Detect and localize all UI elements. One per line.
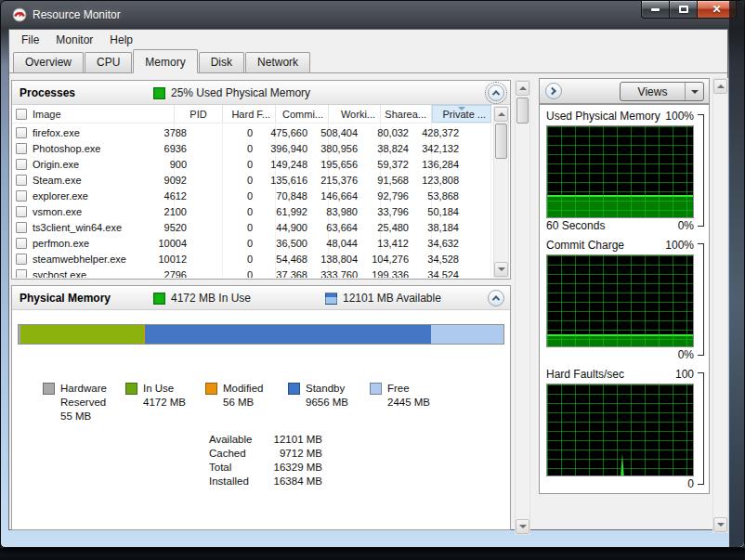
- legend-text: In Use4172 MB: [143, 382, 186, 410]
- cell-shareable: 25,480: [381, 219, 432, 235]
- table-row[interactable]: Steam.exe90920135,616215,37691,568123,80…: [12, 172, 492, 188]
- process-name: explorer.exe: [27, 190, 88, 202]
- processes-scrollbar[interactable]: [493, 106, 509, 278]
- table-row[interactable]: Origin.exe9000149,248195,65659,372136,28…: [12, 156, 492, 172]
- views-button-label[interactable]: Views: [621, 83, 686, 100]
- row-checkbox[interactable]: [16, 222, 27, 233]
- views-dropdown-arrow[interactable]: [686, 83, 703, 100]
- scroll-down-icon[interactable]: [516, 519, 529, 534]
- row-checkbox[interactable]: [16, 127, 27, 138]
- right-panel-toolbar: Views: [539, 78, 710, 104]
- legend-text: Standby9656 MB: [306, 382, 348, 410]
- menu-item-help[interactable]: Help: [101, 31, 141, 49]
- physical-memory-collapse-button[interactable]: [488, 290, 504, 306]
- legend-swatch-icon: [125, 383, 137, 395]
- minimize-button[interactable]: [641, 1, 670, 19]
- cell-private: 53,868: [432, 188, 491, 203]
- table-row[interactable]: ts3client_win64.exe9520044,90063,66425,4…: [12, 219, 492, 235]
- cell-hard_faults: 0: [223, 203, 276, 219]
- cell-value: 25,480: [377, 222, 431, 233]
- legend-value: 2445 MB: [387, 396, 430, 410]
- stat-label: Cached: [209, 447, 268, 461]
- cell-pid: 9092: [175, 172, 223, 188]
- tab-memory[interactable]: Memory: [133, 49, 197, 73]
- menu-bar: FileMonitorHelp: [9, 30, 727, 50]
- processes-panel: Processes 25% Used Physical Memory Image…: [11, 80, 511, 280]
- tab-network[interactable]: Network: [245, 52, 310, 72]
- cell-pid: 2796: [175, 267, 223, 278]
- table-row[interactable]: perfmon.exe10004036,50048,04413,41234,63…: [12, 235, 492, 251]
- row-checkbox[interactable]: [16, 254, 27, 265]
- legend-item-standby: Standby9656 MB: [288, 382, 348, 410]
- cell-pid: 6936: [175, 140, 223, 156]
- scroll-up-icon[interactable]: [494, 107, 508, 122]
- row-checkbox[interactable]: [16, 269, 27, 279]
- scroll-down-icon[interactable]: [713, 517, 727, 532]
- row-checkbox[interactable]: [16, 238, 27, 249]
- stat-value: 16329 MB: [268, 461, 322, 475]
- column-header-pid[interactable]: PID: [175, 105, 223, 123]
- column-header-sharea[interactable]: Sharea...: [381, 105, 432, 123]
- column-header-image[interactable]: Image: [12, 105, 175, 123]
- cell-value: 123,808: [422, 175, 490, 186]
- physical-memory-header: Physical Memory 4172 MB In Use 12101 MB …: [12, 286, 510, 310]
- scroll-down-icon[interactable]: [494, 262, 508, 277]
- cell-private: 34,528: [432, 251, 491, 267]
- table-row[interactable]: explorer.exe4612070,848146,66492,79653,8…: [12, 188, 492, 203]
- client-area: FileMonitorHelp OverviewCPUMemoryDiskNet…: [8, 29, 728, 530]
- row-checkbox[interactable]: [16, 175, 27, 186]
- title-bar[interactable]: Resource Monitor: [1, 1, 744, 29]
- column-header-hardf[interactable]: Hard F...: [223, 105, 276, 123]
- processes-collapse-button[interactable]: [488, 85, 504, 101]
- maximize-button[interactable]: [670, 1, 697, 19]
- column-header-worki[interactable]: Worki...: [329, 105, 381, 123]
- table-row[interactable]: Photoshop.exe69360396,940380,95638,82434…: [12, 140, 492, 156]
- cell-value: 0: [247, 190, 275, 202]
- cell-value: 0: [247, 206, 275, 217]
- cell-private: 428,372: [432, 124, 491, 140]
- select-all-checkbox[interactable]: [16, 109, 27, 120]
- row-checkbox[interactable]: [16, 159, 27, 170]
- scroll-up-icon[interactable]: [713, 79, 727, 94]
- table-row[interactable]: vsmon.exe2100061,99283,98033,79650,184: [12, 203, 492, 219]
- row-checkbox[interactable]: [16, 190, 27, 202]
- scrollbar-thumb[interactable]: [516, 98, 529, 124]
- process-name: vsmon.exe: [27, 206, 82, 217]
- cell-image: Photoshop.exe: [12, 140, 175, 156]
- taskbar-edge: [0, 547, 745, 560]
- column-header-private[interactable]: Private ...: [432, 105, 491, 123]
- graph-commit-charge: Commit Charge100%0%: [540, 236, 709, 365]
- right-scrollbar[interactable]: [712, 78, 728, 533]
- row-checkbox[interactable]: [16, 206, 27, 217]
- cell-value: 50,184: [427, 206, 490, 217]
- menu-item-monitor[interactable]: Monitor: [47, 31, 101, 49]
- table-row[interactable]: firefox.exe37880475,660508,40480,032428,…: [12, 124, 492, 140]
- cell-value: 900: [170, 159, 222, 170]
- cell-working_set: 146,664: [329, 188, 381, 203]
- expand-panel-button[interactable]: [545, 83, 562, 99]
- cell-private: 34,524: [432, 267, 491, 278]
- menu-item-file[interactable]: File: [13, 31, 47, 49]
- tab-disk[interactable]: Disk: [199, 52, 244, 72]
- stat-value: 12101 MB: [268, 433, 322, 447]
- column-header-commi[interactable]: Commi...: [276, 105, 329, 123]
- legend-label: In Use: [143, 382, 186, 396]
- window-frame-shade: [729, 1, 744, 547]
- table-row[interactable]: svchost.exe2796037,368333,760199,33634,5…: [12, 267, 492, 278]
- views-button[interactable]: Views: [620, 82, 704, 101]
- cell-image: steamwebhelper.exe: [12, 251, 175, 267]
- cell-value: 149,248: [270, 159, 328, 170]
- bar-segment-standby: [145, 325, 431, 344]
- scroll-up-icon[interactable]: [516, 81, 529, 96]
- cell-value: 104,276: [372, 254, 431, 265]
- cell-value: 2796: [164, 269, 222, 279]
- process-name: steamwebhelper.exe: [27, 254, 126, 265]
- scrollbar-thumb[interactable]: [495, 124, 507, 159]
- tab-overview[interactable]: Overview: [13, 52, 84, 72]
- table-row[interactable]: steamwebhelper.exe10012054,468138,804104…: [12, 251, 492, 267]
- row-checkbox[interactable]: [16, 143, 27, 154]
- legend-label: Hardware Reserved: [60, 382, 127, 410]
- column-label: Worki...: [341, 109, 380, 120]
- main-scrollbar[interactable]: [515, 80, 530, 535]
- tab-cpu[interactable]: CPU: [85, 52, 132, 72]
